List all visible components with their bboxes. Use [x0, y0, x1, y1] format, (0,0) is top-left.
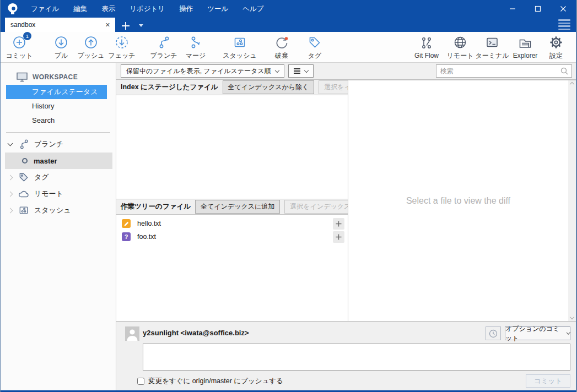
push-icon: [83, 34, 99, 51]
push-checkbox-label: 変更をすぐに origin/master にプッシュする: [148, 377, 283, 386]
discard-button[interactable]: 破棄: [267, 34, 296, 61]
stage-file-plus-button[interactable]: [333, 218, 344, 230]
stash-small-icon: [18, 204, 30, 216]
window-controls: [500, 0, 576, 18]
tab-list-chevron-icon[interactable]: [139, 24, 143, 27]
stage-file-plus-button[interactable]: [333, 231, 344, 243]
maximize-button[interactable]: [525, 0, 551, 18]
remote-button[interactable]: リモート: [445, 34, 476, 61]
stash-button[interactable]: スタッシュ: [225, 34, 254, 61]
tag-small-icon: [18, 171, 30, 183]
terminal-button[interactable]: ターミナル: [477, 34, 508, 61]
close-button[interactable]: [551, 0, 576, 18]
commit-icon: 1: [12, 34, 27, 51]
sidebar-branch-master[interactable]: master: [5, 153, 112, 169]
globe-icon: [452, 34, 468, 51]
menu-actions[interactable]: 操作: [172, 0, 200, 18]
file-name: foo.txt: [137, 233, 156, 241]
gitflow-button[interactable]: Git Flow: [411, 35, 443, 59]
cloud-icon: [18, 188, 30, 199]
hamburger-menu-icon[interactable]: [558, 19, 570, 30]
push-button[interactable]: プッシュ: [77, 34, 105, 61]
chevron-down-icon: [566, 330, 570, 335]
tab-sandbox[interactable]: sandbox ✕: [5, 18, 115, 32]
commit-count-badge: 1: [23, 32, 31, 40]
file-name: hello.txt: [137, 220, 161, 227]
settings-button[interactable]: 設定: [543, 34, 569, 61]
file-filter-dropdown[interactable]: 保留中のファイルを表示, ファイルステータス順: [121, 64, 284, 78]
sidebar-item-file-status[interactable]: ファイルステータス: [6, 85, 107, 99]
scroll-down-icon[interactable]: [570, 315, 574, 319]
sidebar-section-stashes[interactable]: スタッシュ: [1, 202, 116, 219]
workspace-icon: [16, 72, 28, 83]
fetch-button[interactable]: フェッチ: [107, 34, 136, 61]
main-toolbar: 1 コミット プル プッシュ フェッチ ブランチ: [1, 32, 576, 63]
scroll-up-icon[interactable]: [570, 82, 574, 86]
tab-label: sandbox: [5, 21, 100, 29]
menu-repository[interactable]: リポジトリ: [122, 0, 172, 18]
gitflow-icon: [419, 35, 434, 51]
commit-options-dropdown[interactable]: オプションのコミット: [505, 326, 570, 340]
avatar: [125, 326, 139, 341]
tab-close-icon[interactable]: ✕: [100, 21, 115, 29]
commit-submit-button: コミット: [526, 374, 570, 388]
list-view-icon: [294, 68, 300, 74]
file-row-foo[interactable]: ? foo.txt: [116, 230, 348, 243]
chevron-down-icon: [274, 68, 279, 72]
chevron-right-icon[interactable]: [8, 191, 13, 197]
minimize-button[interactable]: [500, 0, 525, 18]
pull-icon: [53, 34, 69, 51]
untracked-file-icon: ?: [122, 232, 131, 241]
sidebar-item-search[interactable]: Search: [6, 113, 107, 128]
chevron-right-icon[interactable]: [8, 175, 13, 180]
commit-area: y2sunlight <iwata@soffice.biz> オプションのコミッ…: [116, 321, 576, 390]
terminal-icon: [484, 34, 500, 51]
current-branch-icon: [21, 157, 28, 164]
folder-icon: [517, 35, 533, 51]
menu-view[interactable]: 表示: [94, 0, 122, 18]
worktree-header: 作業ツリーのファイル 全てインデックスに追加 選択をインデックスに追加: [116, 199, 348, 214]
push-immediately-row: 変更をすぐに origin/master にプッシュする: [137, 377, 283, 386]
staged-title: Index にステージしたファイル: [121, 83, 218, 92]
sidebar-item-history[interactable]: History: [6, 99, 107, 113]
staged-file-list[interactable]: [116, 95, 348, 199]
menu-edit[interactable]: 編集: [66, 0, 94, 18]
file-row-hello[interactable]: hello.txt: [116, 217, 348, 230]
unstage-all-button[interactable]: 全てインデックスから除く: [223, 80, 315, 94]
new-tab-button[interactable]: [121, 21, 130, 30]
commit-message-input[interactable]: [143, 344, 570, 371]
pull-button[interactable]: プル: [47, 34, 76, 61]
search-input[interactable]: [436, 67, 560, 75]
staged-header: Index にステージしたファイル 全てインデックスから除く 選択をインデックス…: [116, 80, 348, 95]
sidebar: WORKSPACE ファイルステータス History Search ブランチ …: [1, 63, 116, 390]
modified-file-icon: [122, 219, 131, 228]
explorer-button[interactable]: Explorer: [510, 35, 541, 59]
sidebar-section-remotes[interactable]: リモート: [1, 186, 116, 202]
menu-help[interactable]: ヘルプ: [235, 0, 271, 18]
branch-small-icon: [18, 138, 30, 151]
search-icon: [560, 67, 571, 75]
gear-icon: [548, 34, 564, 51]
sidebar-section-tags[interactable]: タグ: [1, 169, 116, 186]
stash-icon: [232, 34, 247, 51]
sidebar-section-branches[interactable]: ブランチ: [1, 136, 116, 153]
vertical-scrollbar[interactable]: [568, 80, 576, 321]
worktree-title: 作業ツリーのファイル: [121, 202, 191, 211]
sidebar-divider: [6, 132, 110, 133]
chevron-down-icon[interactable]: [8, 141, 13, 146]
search-box: [436, 64, 572, 78]
tag-button[interactable]: タグ: [300, 34, 329, 61]
commit-button[interactable]: 1 コミット: [5, 34, 34, 61]
menu-file[interactable]: ファイル: [24, 0, 66, 18]
discard-icon: [274, 34, 289, 51]
branch-button[interactable]: ブランチ: [149, 34, 178, 61]
chevron-right-icon[interactable]: [8, 208, 13, 213]
diff-panel: Select a file to view the diff: [348, 80, 576, 321]
view-options-dropdown[interactable]: [288, 64, 314, 78]
stage-all-button[interactable]: 全てインデックスに追加: [195, 200, 280, 214]
merge-button[interactable]: マージ: [181, 34, 210, 61]
push-immediately-checkbox[interactable]: [137, 378, 144, 385]
filter-bar: 保留中のファイルを表示, ファイルステータス順: [116, 63, 576, 80]
commit-history-clock-button[interactable]: [486, 326, 501, 340]
menu-tools[interactable]: ツール: [200, 0, 235, 18]
